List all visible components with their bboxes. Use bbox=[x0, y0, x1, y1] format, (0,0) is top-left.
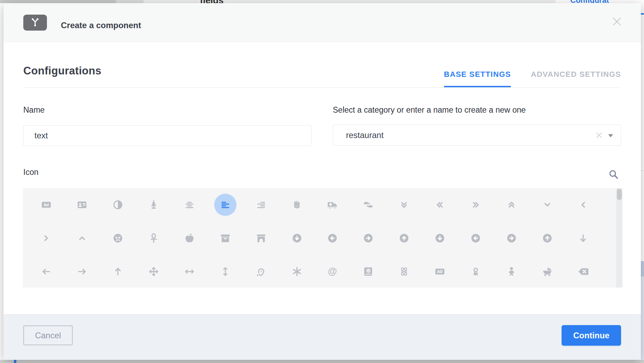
name-input[interactable] bbox=[23, 125, 312, 146]
icon-audio-description[interactable]: AD bbox=[422, 255, 458, 288]
clear-selection-icon[interactable] bbox=[596, 132, 603, 139]
icon-grid-rows: Ad@AD bbox=[29, 188, 601, 288]
category-label: Select a category or enter a name to cre… bbox=[333, 105, 526, 115]
icon-address-card[interactable] bbox=[64, 188, 100, 221]
background-panel-fragment bbox=[641, 261, 644, 276]
icon-backspace[interactable] bbox=[565, 255, 601, 288]
icon-arrow-alt-circle-right[interactable] bbox=[351, 221, 386, 255]
icon-archway[interactable] bbox=[243, 221, 279, 255]
svg-text:@: @ bbox=[328, 266, 337, 276]
branch-icon bbox=[29, 16, 41, 29]
icon-arrow-left[interactable] bbox=[29, 255, 64, 288]
icon-angle-double-right[interactable] bbox=[458, 188, 494, 221]
icon-arrow-alt-circle-up[interactable] bbox=[386, 221, 422, 255]
icon-ambulance[interactable] bbox=[315, 188, 351, 221]
icon-ad[interactable]: Ad bbox=[29, 188, 64, 221]
icon-arrow-circle-right[interactable] bbox=[493, 221, 529, 255]
icon-adjust[interactable] bbox=[100, 188, 136, 221]
icon-ankh[interactable] bbox=[136, 221, 172, 255]
icon-baby-carriage[interactable] bbox=[529, 255, 565, 288]
component-brand-tile bbox=[23, 15, 47, 31]
icon-arrow-down[interactable] bbox=[565, 221, 601, 255]
icon-angle-double-left[interactable] bbox=[422, 188, 458, 221]
icon-align-right[interactable] bbox=[243, 188, 279, 221]
icon-arrows-alt[interactable] bbox=[136, 255, 172, 288]
settings-tabs: BASE SETTINGS ADVANCED SETTINGS bbox=[444, 70, 621, 87]
icon-arrow-alt-circle-left[interactable] bbox=[315, 221, 351, 255]
scrollbar-thumb[interactable] bbox=[617, 189, 622, 200]
background-scrollbar-fragment bbox=[116, 0, 144, 3]
tab-base-settings[interactable]: BASE SETTINGS bbox=[444, 70, 511, 87]
icon-angle-double-up[interactable] bbox=[493, 188, 529, 221]
icon-angle-down[interactable] bbox=[529, 188, 565, 221]
background-text-fragment: fields bbox=[200, 0, 224, 3]
icon-allergies[interactable] bbox=[279, 188, 315, 221]
icon-arrow-right[interactable] bbox=[64, 255, 100, 288]
background-page-right-strip bbox=[641, 3, 644, 360]
icon-arrow-circle-left[interactable] bbox=[458, 221, 494, 255]
cancel-button[interactable]: Cancel bbox=[23, 325, 73, 345]
icon-american-sign-language-interpreting[interactable] bbox=[351, 188, 386, 221]
icon-angle-up[interactable] bbox=[64, 221, 100, 255]
icon-arrow-alt-circle-down[interactable] bbox=[279, 221, 315, 255]
icon-arrows-alt-v[interactable] bbox=[207, 255, 243, 288]
background-gray-bar bbox=[0, 0, 116, 3]
continue-button[interactable]: Continue bbox=[562, 325, 621, 346]
icon-section-label: Icon bbox=[23, 168, 38, 177]
background-accent-fragment bbox=[641, 13, 644, 15]
category-selected-value: restaurant bbox=[346, 130, 384, 140]
icon-baby[interactable] bbox=[493, 255, 529, 288]
icon-align-left[interactable] bbox=[207, 188, 243, 221]
icon-arrows-alt-h[interactable] bbox=[172, 255, 208, 288]
create-component-dialog: Create a component Configurations BASE S… bbox=[3, 3, 641, 360]
icon-arrow-circle-down[interactable] bbox=[422, 221, 458, 255]
icon-angle-right[interactable] bbox=[29, 221, 64, 255]
background-divider-fragment bbox=[641, 170, 644, 171]
icon-asterisk[interactable] bbox=[279, 255, 315, 288]
close-icon[interactable] bbox=[613, 17, 621, 26]
icon-angry[interactable] bbox=[100, 221, 136, 255]
icon-at[interactable]: @ bbox=[315, 255, 351, 288]
dialog-header: Create a component bbox=[3, 3, 641, 42]
icon-award[interactable] bbox=[458, 255, 494, 288]
background-page-top-strip: fields Configurat bbox=[0, 0, 644, 3]
background-accent-fragment bbox=[14, 360, 16, 363]
icon-arrow-circle-up[interactable] bbox=[529, 221, 565, 255]
icon-atlas[interactable] bbox=[351, 255, 386, 288]
icon-arrow-up[interactable] bbox=[100, 255, 136, 288]
icon-picker-grid: Ad@AD bbox=[23, 188, 622, 288]
screen: fields Configurat Create a component Con… bbox=[0, 0, 644, 363]
icon-air-freshener[interactable] bbox=[136, 188, 172, 221]
icon-angle-double-down[interactable] bbox=[386, 188, 422, 221]
svg-text:AD: AD bbox=[437, 269, 443, 274]
icon-archive[interactable] bbox=[207, 221, 243, 255]
category-select[interactable]: restaurant bbox=[333, 124, 621, 146]
icon-angle-left[interactable] bbox=[565, 188, 601, 221]
svg-text:Ad: Ad bbox=[44, 203, 49, 207]
icon-grid-scrollbar[interactable] bbox=[616, 188, 622, 288]
background-panel-fragment bbox=[641, 276, 644, 360]
dialog-title: Create a component bbox=[61, 21, 141, 30]
page-title: Configurations bbox=[23, 65, 102, 77]
icon-align-center[interactable] bbox=[172, 188, 208, 221]
icon-apple-alt[interactable] bbox=[172, 221, 208, 255]
name-label: Name bbox=[23, 105, 45, 115]
tab-advanced-settings[interactable]: ADVANCED SETTINGS bbox=[531, 70, 621, 87]
search-icon[interactable] bbox=[608, 169, 619, 179]
icon-assistive-listening-systems[interactable] bbox=[243, 255, 279, 288]
chevron-down-icon[interactable] bbox=[608, 134, 613, 137]
icon-atom[interactable] bbox=[386, 255, 422, 288]
background-page-bottom-strip bbox=[0, 360, 644, 363]
section-divider bbox=[23, 87, 621, 88]
dialog-footer: Cancel Continue bbox=[3, 314, 641, 360]
background-link-fragment: Configurat bbox=[570, 0, 609, 3]
